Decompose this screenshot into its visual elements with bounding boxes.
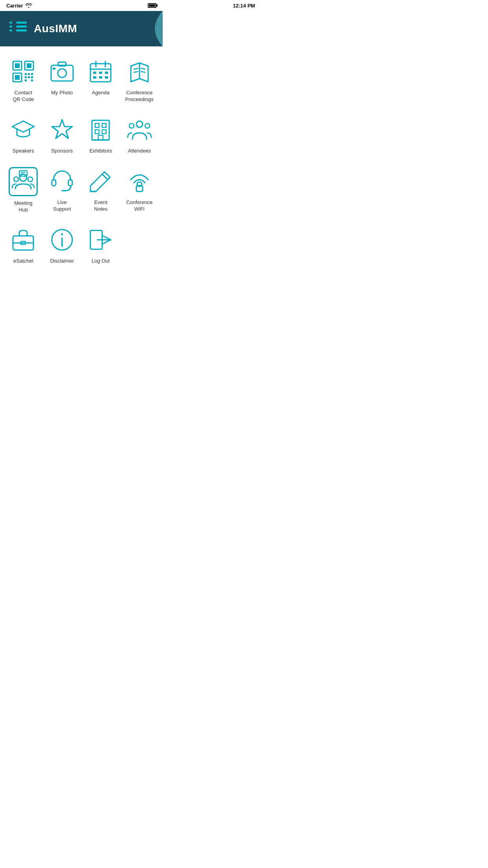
grid-item-speakers[interactable]: Speakers <box>4 108 43 160</box>
icon-speakers <box>9 116 37 144</box>
svg-rect-41 <box>92 120 109 140</box>
label-my-photo: My Photo <box>51 90 73 96</box>
icon-conference-wifi <box>125 167 154 195</box>
label-meeting-hub: MeetingHub <box>14 200 32 213</box>
icon-exhibitors <box>86 116 115 144</box>
grid-item-conference-wifi[interactable]: ConferenceWiFi <box>120 160 159 219</box>
svg-rect-13 <box>28 73 30 75</box>
carrier-label: Carrier <box>6 3 23 9</box>
svg-rect-18 <box>25 79 27 81</box>
icon-log-out <box>86 226 115 254</box>
icon-sponsors <box>48 116 76 144</box>
svg-rect-33 <box>105 76 108 79</box>
logo-icon <box>8 18 28 39</box>
svg-rect-17 <box>31 79 33 81</box>
grid-item-sponsors[interactable]: Sponsors <box>43 108 82 160</box>
svg-rect-43 <box>102 123 106 127</box>
svg-point-22 <box>58 69 66 77</box>
svg-rect-15 <box>25 76 27 78</box>
carrier-info: Carrier <box>6 3 32 9</box>
grid-item-disclaimer[interactable]: Disclaimer <box>43 219 82 270</box>
logo-container: AusIMM <box>8 18 77 39</box>
logo-text: AusIMM <box>34 22 77 35</box>
icon-disclaimer <box>48 226 76 254</box>
svg-point-3 <box>12 21 17 24</box>
svg-rect-12 <box>25 73 27 75</box>
svg-marker-39 <box>12 121 34 132</box>
svg-rect-11 <box>15 75 20 80</box>
svg-rect-31 <box>93 76 96 79</box>
header-curve <box>131 11 163 46</box>
svg-point-49 <box>129 123 134 128</box>
svg-line-38 <box>141 72 145 72</box>
svg-rect-30 <box>105 72 108 74</box>
svg-rect-21 <box>58 62 66 66</box>
grid-item-attendees[interactable]: Attendees <box>120 108 159 160</box>
svg-point-53 <box>28 177 33 182</box>
grid-item-esatchel[interactable]: eSatchel <box>4 219 43 270</box>
grid-item-event-notes[interactable]: EventNotes <box>81 160 120 219</box>
svg-rect-19 <box>31 76 33 78</box>
grid-item-agenda[interactable]: Agenda <box>81 50 120 108</box>
label-attendees: Attendees <box>128 148 151 154</box>
status-bar: Carrier 12:14 PM <box>0 0 163 11</box>
label-esatchel: eSatchel <box>13 258 33 265</box>
svg-line-60 <box>102 174 108 180</box>
svg-line-35 <box>134 68 138 69</box>
svg-point-4 <box>12 25 17 28</box>
svg-rect-28 <box>93 72 96 74</box>
svg-point-50 <box>145 123 150 128</box>
battery-container <box>148 3 156 8</box>
svg-line-37 <box>141 68 145 69</box>
label-log-out: Log Out <box>92 258 110 265</box>
grid-item-my-photo[interactable]: My Photo <box>43 50 82 108</box>
grid-item-live-support[interactable]: LiveSupport <box>43 160 82 219</box>
grid-item-meeting-hub[interactable]: MeetingHub <box>4 160 43 219</box>
icon-live-support <box>48 167 76 195</box>
icon-event-notes <box>86 167 115 195</box>
svg-rect-32 <box>99 76 102 79</box>
svg-point-51 <box>20 174 27 181</box>
grid-item-conference-proceedings[interactable]: ConferenceProceedings <box>120 50 159 108</box>
svg-rect-16 <box>28 76 30 78</box>
svg-rect-58 <box>68 180 72 186</box>
grid-item-log-out[interactable]: Log Out <box>81 219 120 270</box>
svg-rect-44 <box>95 130 99 134</box>
icon-contact-qr-code <box>9 57 37 86</box>
grid-item-contact-qr-code[interactable]: ContactQR Code <box>4 50 43 108</box>
svg-rect-9 <box>27 63 31 68</box>
grid-item-exhibitors[interactable]: Exhibitors <box>81 108 120 160</box>
svg-rect-42 <box>95 123 99 127</box>
svg-marker-40 <box>52 120 72 138</box>
svg-rect-23 <box>53 68 55 70</box>
icon-esatchel <box>9 226 37 254</box>
svg-rect-29 <box>99 72 102 74</box>
svg-rect-46 <box>98 135 103 140</box>
icon-agenda <box>86 57 115 86</box>
icon-attendees <box>125 116 154 144</box>
label-live-support: LiveSupport <box>53 199 71 213</box>
svg-point-5 <box>12 29 17 32</box>
svg-rect-57 <box>52 180 56 186</box>
label-conference-wifi: ConferenceWiFi <box>126 199 152 213</box>
app-header: AusIMM <box>0 11 163 46</box>
svg-point-69 <box>61 234 63 235</box>
label-speakers: Speakers <box>13 148 34 154</box>
wifi-signal-icon <box>26 3 32 8</box>
label-event-notes: EventNotes <box>94 199 107 213</box>
label-agenda: Agenda <box>92 90 110 96</box>
svg-rect-7 <box>15 63 20 68</box>
svg-rect-45 <box>102 130 106 134</box>
icon-meeting-hub <box>9 167 38 196</box>
svg-point-52 <box>14 177 18 182</box>
battery-icon <box>148 3 156 8</box>
label-disclaimer: Disclaimer <box>50 258 74 265</box>
svg-point-48 <box>136 121 143 127</box>
label-conference-proceedings: ConferenceProceedings <box>125 90 154 103</box>
label-exhibitors: Exhibitors <box>90 148 112 154</box>
svg-line-36 <box>134 72 138 72</box>
svg-rect-14 <box>31 73 33 75</box>
icon-my-photo <box>48 57 76 86</box>
main-grid: ContactQR Code My Photo Agenda <box>0 46 163 274</box>
icon-conference-proceedings <box>125 57 154 86</box>
